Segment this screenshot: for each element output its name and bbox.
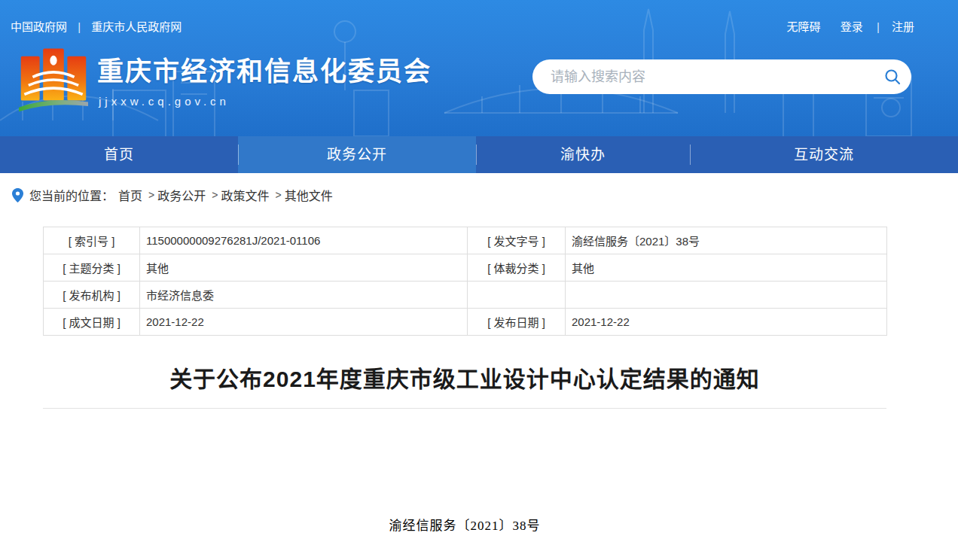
nav-item-gov-disclosure[interactable]: 政务公开	[238, 136, 476, 173]
title-divider	[43, 408, 886, 409]
meta-label: [ 发文字号 ]	[468, 227, 566, 254]
meta-value-index-number: 11500000009276281J/2021-01106	[140, 227, 468, 254]
meta-label: [ 索引号 ]	[44, 227, 140, 254]
breadcrumb-item-other-files[interactable]: 其他文件	[285, 186, 333, 204]
search-button[interactable]	[874, 59, 911, 94]
meta-value-doc-symbol: 渝经信服务〔2021〕38号	[566, 227, 887, 254]
breadcrumb-separator: >	[212, 189, 218, 201]
breadcrumb-item-home[interactable]: 首页	[118, 186, 142, 204]
nav-item-interaction[interactable]: 互动交流	[690, 136, 958, 173]
link-register[interactable]: 注册	[892, 20, 914, 33]
nav-item-yukuaiban[interactable]: 渝快办	[476, 136, 690, 173]
meta-value-genre-category: 其他	[566, 254, 887, 282]
meta-label: [ 成文日期 ]	[44, 309, 140, 336]
meta-value-written-date: 2021-12-22	[140, 309, 468, 336]
link-login[interactable]: 登录	[841, 20, 863, 33]
meta-value-empty	[566, 282, 887, 309]
article-title: 关于公布2021年度重庆市级工业设计中心认定结果的通知	[43, 361, 886, 394]
document-meta-table: [ 索引号 ] 11500000009276281J/2021-01106 [ …	[43, 227, 887, 336]
gov-links: 中国政府网 | 重庆市人民政府网	[11, 18, 182, 34]
site-title[interactable]: 重庆市经济和信息化委员会	[97, 50, 432, 88]
meta-value-publish-date: 2021-12-22	[566, 309, 887, 336]
breadcrumb-prefix: 您当前的位置：	[29, 186, 114, 204]
search-box	[532, 59, 911, 94]
meta-label: [ 主题分类 ]	[44, 254, 140, 282]
site-header: 中国政府网 | 重庆市人民政府网 无障碍 登录 | 注册	[0, 0, 958, 136]
breadcrumb-item-gov-disclosure[interactable]: 政务公开	[157, 186, 206, 204]
link-separator: |	[78, 20, 81, 33]
nav-item-home[interactable]: 首页	[0, 136, 238, 173]
search-input[interactable]	[532, 69, 874, 85]
site-logo-emblem-icon[interactable]	[19, 44, 88, 116]
brand-text: 重庆市经济和信息化委员会 jjxxw.cq.gov.cn	[97, 50, 432, 108]
page: 中国政府网 | 重庆市人民政府网 无障碍 登录 | 注册	[0, 0, 958, 560]
breadcrumb: 您当前的位置： 首页 > 政务公开 > 政策文件 > 其他文件	[0, 173, 958, 204]
meta-row-index-number: [ 索引号 ] 11500000009276281J/2021-01106 [ …	[44, 227, 887, 254]
meta-label: [ 发布机构 ]	[44, 282, 140, 309]
article-container: [ 索引号 ] 11500000009276281J/2021-01106 [ …	[43, 227, 886, 534]
account-links: 无障碍 登录 | 注册	[770, 18, 914, 34]
main-nav: 首页 政务公开 渝快办 互动交流	[0, 136, 958, 173]
meta-row-dates: [ 成文日期 ] 2021-12-22 [ 发布日期 ] 2021-12-22	[44, 309, 887, 336]
meta-value-issuing-agency: 市经济信息委	[140, 282, 468, 309]
link-accessibility[interactable]: 无障碍	[787, 20, 821, 33]
meta-label: [ 发布日期 ]	[468, 309, 566, 336]
link-separator: |	[877, 20, 880, 33]
meta-value-subject-category: 其他	[140, 254, 468, 282]
breadcrumb-separator: >	[148, 189, 154, 201]
link-china-gov[interactable]: 中国政府网	[11, 20, 67, 33]
article-doc-number: 渝经信服务〔2021〕38号	[43, 515, 886, 534]
meta-label: [ 体裁分类 ]	[468, 254, 566, 282]
site-url: jjxxw.cq.gov.cn	[99, 95, 432, 108]
meta-row-issuing-agency: [ 发布机构 ] 市经济信息委	[44, 282, 887, 309]
magnifier-icon	[883, 68, 902, 86]
utility-bar: 中国政府网 | 重庆市人民政府网 无障碍 登录 | 注册	[0, 0, 958, 34]
meta-row-subject-category: [ 主题分类 ] 其他 [ 体裁分类 ] 其他	[44, 254, 887, 282]
breadcrumb-item-policy-files[interactable]: 政策文件	[221, 186, 269, 204]
location-pin-icon	[12, 188, 23, 202]
meta-label	[468, 282, 566, 309]
link-chongqing-gov[interactable]: 重庆市人民政府网	[91, 20, 182, 33]
breadcrumb-separator: >	[275, 189, 281, 201]
